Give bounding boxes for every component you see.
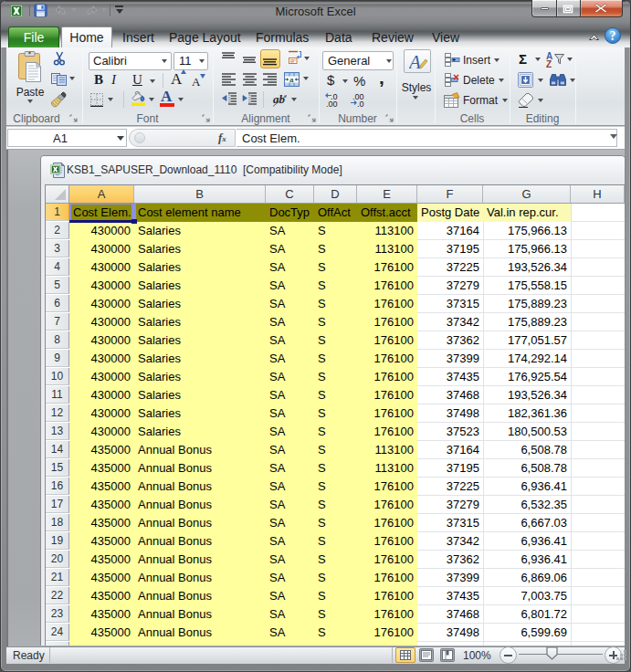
svg-text:Z: Z	[546, 59, 552, 68]
svg-text:ab: ab	[273, 92, 286, 106]
svg-text:a: a	[289, 75, 294, 84]
svg-text:.00: .00	[326, 100, 338, 108]
svg-text:A: A	[409, 51, 421, 72]
svg-text:.0: .0	[357, 100, 364, 108]
